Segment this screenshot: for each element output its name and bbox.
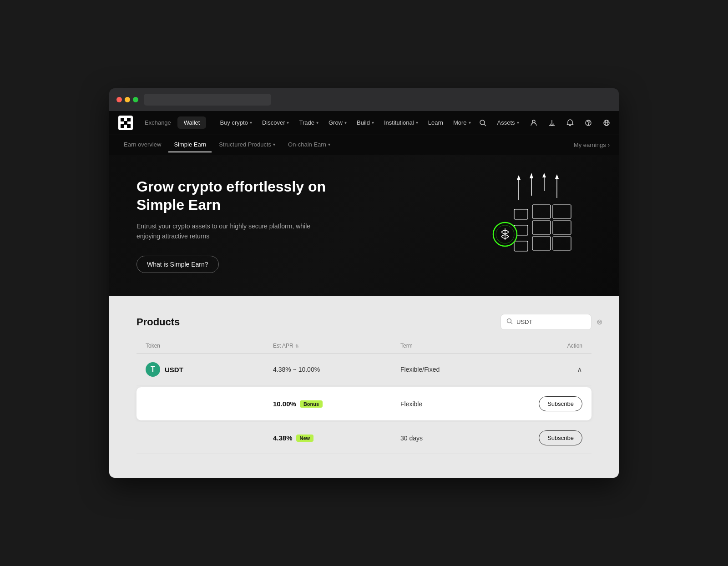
sub-nav: Earn overview Simple Earn Structured Pro… [109,135,619,155]
svg-rect-29 [514,241,528,251]
chevron-down-icon: ▾ [372,120,374,125]
search-box: ⊗ [500,314,592,330]
usdt-icon: T [146,362,160,377]
nav-learn[interactable]: Learn [424,116,448,129]
subscribe-action-2: Subscribe [528,430,582,445]
usdt-apr-range: 4.38% ~ 10.00% [273,366,400,373]
usdt-fixed-term: 30 days [400,435,528,442]
chevron-down-icon: ▾ [316,120,318,125]
search-icon [506,318,513,326]
svg-rect-24 [553,221,571,234]
svg-rect-26 [553,237,571,250]
products-section: Products ⊗ Token Est APR ⇅ [109,296,619,478]
what-is-simple-earn-button[interactable]: What is Simple Earn? [136,256,219,273]
help-button[interactable] [581,116,596,130]
table-header: Token Est APR ⇅ Term Action [136,343,592,354]
nav-trade[interactable]: Trade ▾ [294,116,323,129]
top-nav: Exchange Wallet Buy crypto ▾ Discover ▾ … [109,111,619,135]
products-header: Products ⊗ [136,314,592,330]
subnav-simple-earn[interactable]: Simple Earn [168,137,212,152]
assets-button[interactable]: Assets ▾ [494,117,523,128]
okx-logo[interactable] [118,116,133,130]
subscribe-action-1: Subscribe [528,396,582,411]
address-bar[interactable] [144,94,271,106]
products-title: Products [136,316,180,328]
svg-rect-4 [127,124,131,128]
svg-point-7 [532,120,535,123]
close-dot[interactable] [116,97,122,102]
hero-graphic [464,173,592,273]
nav-build[interactable]: Build ▾ [352,116,379,129]
usdt-term: Flexible/Fixed [400,366,528,373]
nav-discover[interactable]: Discover ▾ [258,116,294,129]
fullscreen-dot[interactable] [133,97,138,102]
svg-rect-23 [532,221,551,234]
svg-rect-22 [553,205,571,218]
bonus-badge: Bonus [300,400,323,408]
hero-title: Grow crypto effortlessly on Simple Earn [136,177,373,214]
wallet-tab[interactable]: Wallet [177,116,207,129]
svg-rect-3 [121,124,124,128]
hero-section: Grow crypto effortlessly on Simple Earn … [109,155,619,296]
svg-rect-1 [127,118,131,121]
my-earnings-link[interactable]: My earnings › [574,142,610,148]
notifications-button[interactable] [563,116,577,130]
chevron-down-icon: ▾ [287,120,289,125]
svg-point-33 [507,319,511,323]
svg-line-34 [511,323,513,324]
subnav-earn-overview[interactable]: Earn overview [118,137,167,152]
nav-right-actions: Assets ▾ [475,116,614,130]
subscribe-button-2[interactable]: Subscribe [539,430,582,445]
token-row-usdt: T USDT 4.38% ~ 10.00% Flexible/Fixed ∧ [136,354,592,385]
globe-button[interactable] [599,116,614,130]
svg-rect-0 [121,118,124,121]
hero-content: Grow crypto effortlessly on Simple Earn … [136,177,373,273]
nav-more[interactable]: More ▾ [449,116,475,129]
token-info-usdt: T USDT [146,362,273,377]
chevron-down-icon: ▾ [273,142,275,147]
browser-dots [116,97,138,102]
svg-rect-27 [514,209,528,219]
svg-rect-2 [124,121,127,125]
nav-institutional[interactable]: Institutional ▾ [379,116,423,129]
exchange-tab[interactable]: Exchange [138,116,177,129]
svg-point-9 [588,124,588,125]
search-input[interactable] [516,318,593,325]
chevron-down-icon: ▾ [328,142,330,147]
chevron-right-icon: › [608,142,610,148]
user-profile-button[interactable] [526,116,541,130]
chevron-down-icon: ▾ [344,120,347,125]
subnav-onchain-earn[interactable]: On-chain Earn ▾ [283,137,336,152]
svg-line-6 [484,124,486,126]
svg-rect-21 [532,205,551,218]
svg-marker-16 [530,173,533,178]
search-button[interactable] [475,116,490,130]
chevron-down-icon: ▾ [517,120,519,125]
chevron-down-icon: ▾ [469,120,471,125]
chevron-down-icon: ▾ [250,120,252,125]
browser-chrome [109,88,619,111]
svg-marker-20 [555,174,559,179]
column-term: Term [400,343,528,349]
column-action: Action [528,343,582,349]
sort-icon: ⇅ [295,344,299,349]
usdt-action: ∧ [528,365,582,374]
collapse-icon[interactable]: ∧ [577,365,582,374]
clear-search-button[interactable]: ⊗ [597,318,602,326]
main-nav: Buy crypto ▾ Discover ▾ Trade ▾ Grow ▾ B… [215,116,475,129]
column-apr[interactable]: Est APR ⇅ [273,343,400,349]
new-badge: New [296,435,314,442]
usdt-expanded-row-2-partial: 4.38% New 30 days Subscribe [136,422,592,454]
usdt-bonus-apr: 10.00% Bonus [273,400,400,408]
subnav-structured-products[interactable]: Structured Products ▾ [213,137,281,152]
svg-marker-18 [542,173,546,177]
hero-subtitle: Entrust your crypto assets to our highly… [136,221,328,242]
subscribe-button-1[interactable]: Subscribe [539,396,582,411]
nav-buy-crypto[interactable]: Buy crypto ▾ [215,116,256,129]
nav-grow[interactable]: Grow ▾ [324,116,351,129]
column-token: Token [146,343,273,349]
exchange-wallet-tabs: Exchange Wallet [138,116,206,129]
minimize-dot[interactable] [125,97,130,102]
svg-point-5 [480,120,485,125]
download-button[interactable] [545,116,559,130]
